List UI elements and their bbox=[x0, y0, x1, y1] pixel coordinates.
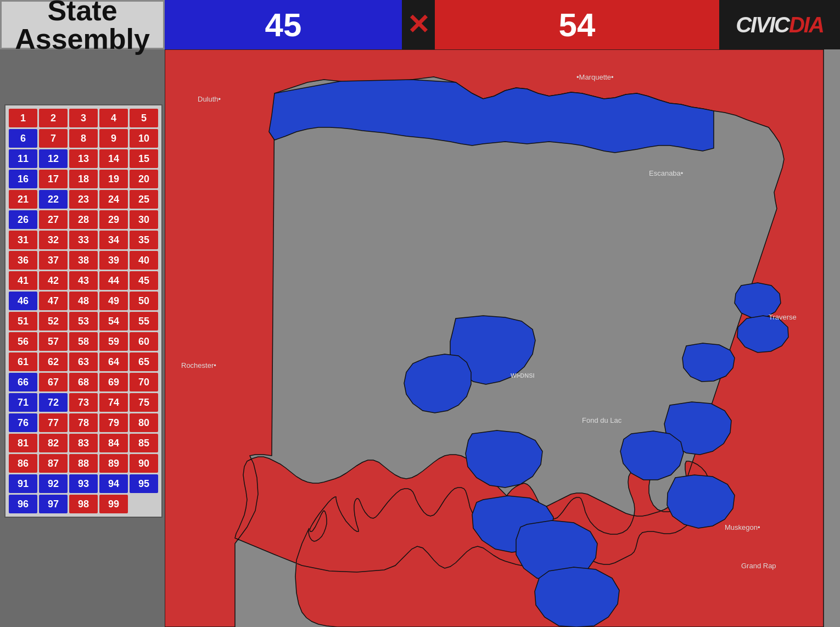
district-cell-76[interactable]: 76 bbox=[9, 413, 37, 432]
district-cell-35[interactable]: 35 bbox=[130, 231, 158, 249]
district-cell-19[interactable]: 19 bbox=[99, 170, 128, 188]
district-cell-37[interactable]: 37 bbox=[39, 251, 68, 270]
district-cell-74[interactable]: 74 bbox=[99, 393, 128, 412]
district-cell-46[interactable]: 46 bbox=[9, 292, 37, 310]
district-cell-79[interactable]: 79 bbox=[99, 413, 128, 432]
district-cell-38[interactable]: 38 bbox=[69, 251, 98, 270]
district-cell-22[interactable]: 22 bbox=[39, 190, 68, 209]
district-cell-53[interactable]: 53 bbox=[69, 312, 98, 331]
district-cell-99[interactable]: 99 bbox=[99, 495, 128, 513]
district-cell-81[interactable]: 81 bbox=[9, 434, 37, 452]
district-cell-16[interactable]: 16 bbox=[9, 170, 37, 188]
district-cell-55[interactable]: 55 bbox=[130, 312, 158, 331]
district-cell-82[interactable]: 82 bbox=[39, 434, 68, 452]
district-cell-60[interactable]: 60 bbox=[130, 332, 158, 351]
district-cell-30[interactable]: 30 bbox=[130, 210, 158, 229]
district-cell-70[interactable]: 70 bbox=[130, 373, 158, 391]
district-cell-13[interactable]: 13 bbox=[69, 149, 98, 168]
district-cell-51[interactable]: 51 bbox=[9, 312, 37, 331]
district-cell-18[interactable]: 18 bbox=[69, 170, 98, 188]
district-cell-91[interactable]: 91 bbox=[9, 474, 37, 493]
district-cell-5[interactable]: 5 bbox=[130, 109, 158, 127]
district-cell-75[interactable]: 75 bbox=[130, 393, 158, 412]
district-cell-25[interactable]: 25 bbox=[130, 190, 158, 209]
district-cell-10[interactable]: 10 bbox=[130, 129, 158, 148]
district-cell-50[interactable]: 50 bbox=[130, 292, 158, 310]
district-cell-2[interactable]: 2 bbox=[39, 109, 68, 127]
district-cell-65[interactable]: 65 bbox=[130, 352, 158, 371]
district-cell-41[interactable]: 41 bbox=[9, 271, 37, 290]
district-cell-26[interactable]: 26 bbox=[9, 210, 37, 229]
district-cell-88[interactable]: 88 bbox=[69, 454, 98, 473]
district-cell-3[interactable]: 3 bbox=[69, 109, 98, 127]
district-cell-89[interactable]: 89 bbox=[99, 454, 128, 473]
district-cell-28[interactable]: 28 bbox=[69, 210, 98, 229]
district-cell-43[interactable]: 43 bbox=[69, 271, 98, 290]
district-cell-39[interactable]: 39 bbox=[99, 251, 128, 270]
district-cell-49[interactable]: 49 bbox=[99, 292, 128, 310]
district-cell-9[interactable]: 9 bbox=[99, 129, 128, 148]
district-cell-6[interactable]: 6 bbox=[9, 129, 37, 148]
district-cell-80[interactable]: 80 bbox=[130, 413, 158, 432]
district-cell-96[interactable]: 96 bbox=[9, 495, 37, 513]
district-cell-24[interactable]: 24 bbox=[99, 190, 128, 209]
district-cell-77[interactable]: 77 bbox=[39, 413, 68, 432]
district-cell-44[interactable]: 44 bbox=[99, 271, 128, 290]
district-cell-27[interactable]: 27 bbox=[39, 210, 68, 229]
district-cell-57[interactable]: 57 bbox=[39, 332, 68, 351]
district-cell-98[interactable]: 98 bbox=[69, 495, 98, 513]
district-cell-95[interactable]: 95 bbox=[130, 474, 158, 493]
district-cell-67[interactable]: 67 bbox=[39, 373, 68, 391]
district-cell-56[interactable]: 56 bbox=[9, 332, 37, 351]
district-cell-90[interactable]: 90 bbox=[130, 454, 158, 473]
district-cell-47[interactable]: 47 bbox=[39, 292, 68, 310]
district-cell-63[interactable]: 63 bbox=[69, 352, 98, 371]
district-cell-93[interactable]: 93 bbox=[69, 474, 98, 493]
district-cell-94[interactable]: 94 bbox=[99, 474, 128, 493]
district-cell-59[interactable]: 59 bbox=[99, 332, 128, 351]
district-cell-72[interactable]: 72 bbox=[39, 393, 68, 412]
district-cell-69[interactable]: 69 bbox=[99, 373, 128, 391]
district-cell-62[interactable]: 62 bbox=[39, 352, 68, 371]
district-cell-84[interactable]: 84 bbox=[99, 434, 128, 452]
district-cell-20[interactable]: 20 bbox=[130, 170, 158, 188]
district-cell-87[interactable]: 87 bbox=[39, 454, 68, 473]
district-cell-29[interactable]: 29 bbox=[99, 210, 128, 229]
district-cell-15[interactable]: 15 bbox=[130, 149, 158, 168]
district-cell-12[interactable]: 12 bbox=[39, 149, 68, 168]
district-cell-85[interactable]: 85 bbox=[130, 434, 158, 452]
district-cell-64[interactable]: 64 bbox=[99, 352, 128, 371]
district-cell-1[interactable]: 1 bbox=[9, 109, 37, 127]
district-cell-58[interactable]: 58 bbox=[69, 332, 98, 351]
district-cell-34[interactable]: 34 bbox=[99, 231, 128, 249]
district-cell-32[interactable]: 32 bbox=[39, 231, 68, 249]
district-cell-48[interactable]: 48 bbox=[69, 292, 98, 310]
district-cell-7[interactable]: 7 bbox=[39, 129, 68, 148]
district-cell-68[interactable]: 68 bbox=[69, 373, 98, 391]
district-cell-66[interactable]: 66 bbox=[9, 373, 37, 391]
district-cell-33[interactable]: 33 bbox=[69, 231, 98, 249]
district-cell-23[interactable]: 23 bbox=[69, 190, 98, 209]
district-cell-52[interactable]: 52 bbox=[39, 312, 68, 331]
district-cell-11[interactable]: 11 bbox=[9, 149, 37, 168]
district-cell-42[interactable]: 42 bbox=[39, 271, 68, 290]
district-cell-4[interactable]: 4 bbox=[99, 109, 128, 127]
district-cell-31[interactable]: 31 bbox=[9, 231, 37, 249]
district-cell-17[interactable]: 17 bbox=[39, 170, 68, 188]
district-cell-71[interactable]: 71 bbox=[9, 393, 37, 412]
district-cell-8[interactable]: 8 bbox=[69, 129, 98, 148]
district-cell-61[interactable]: 61 bbox=[9, 352, 37, 371]
district-cell-97[interactable]: 97 bbox=[39, 495, 68, 513]
wdnsi-label: WI•DNSI bbox=[511, 372, 535, 379]
district-cell-40[interactable]: 40 bbox=[130, 251, 158, 270]
district-cell-54[interactable]: 54 bbox=[99, 312, 128, 331]
district-cell-36[interactable]: 36 bbox=[9, 251, 37, 270]
district-cell-86[interactable]: 86 bbox=[9, 454, 37, 473]
district-cell-14[interactable]: 14 bbox=[99, 149, 128, 168]
district-cell-45[interactable]: 45 bbox=[130, 271, 158, 290]
district-cell-78[interactable]: 78 bbox=[69, 413, 98, 432]
district-cell-21[interactable]: 21 bbox=[9, 190, 37, 209]
district-cell-92[interactable]: 92 bbox=[39, 474, 68, 493]
district-cell-73[interactable]: 73 bbox=[69, 393, 98, 412]
district-cell-83[interactable]: 83 bbox=[69, 434, 98, 452]
